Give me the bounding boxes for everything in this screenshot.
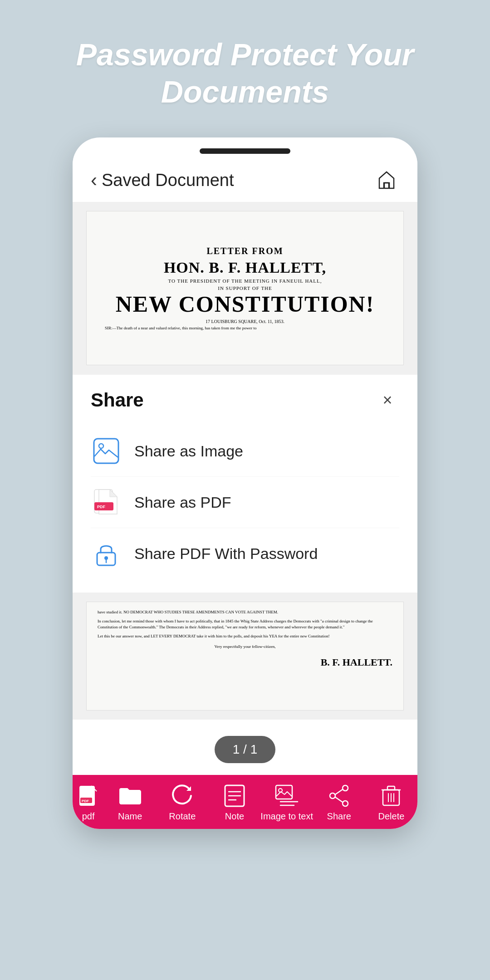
close-button[interactable]: × (376, 388, 399, 412)
document-image-bottom: have studied it. NO DEMOCRAT WHO STUDIES… (86, 602, 404, 710)
share-pdf-password-option[interactable]: Share PDF With Password (91, 528, 399, 579)
doc-bottom-body: have studied it. NO DEMOCRAT WHO STUDIES… (98, 609, 392, 616)
rotate-icon (171, 784, 194, 808)
page-indicator: 1 / 1 (215, 736, 275, 763)
share-image-label: Share as Image (134, 442, 243, 460)
image-text-svg (275, 784, 299, 807)
doc-line5: NEW CONSTITUTION! (116, 293, 375, 315)
toolbar-item-image-to-text[interactable]: Image to text (261, 784, 313, 822)
doc-line7: SIR:—The death of a near and valued rela… (105, 326, 385, 330)
share-header: Share × (91, 388, 399, 412)
doc-line2: HON. B. F. HALLETT, (164, 259, 326, 276)
delete-icon (379, 784, 403, 808)
document-image-top: LETTER FROM HON. B. F. HALLETT, TO THE P… (86, 211, 404, 365)
toolbar-label-pdf: pdf (82, 811, 95, 822)
toolbar-label-image-to-text: Image to text (260, 811, 313, 822)
toolbar-item-share[interactable]: Share (313, 784, 365, 822)
bottom-toolbar: PDF pdf Name (73, 775, 417, 829)
pdf-file-icon: PDF (78, 785, 98, 807)
image-text-icon (275, 784, 299, 808)
svg-rect-0 (384, 183, 389, 188)
svg-point-2 (99, 444, 103, 448)
share-lock-icon-wrapper (91, 538, 122, 569)
doc-line4: IN SUPPORT OF THE (218, 285, 272, 291)
svg-point-23 (330, 793, 335, 799)
header-title: Saved Document (102, 171, 234, 190)
doc-closing: Very respectfully your fellow-citizen, (98, 644, 392, 650)
toolbar-item-rotate[interactable]: Rotate (156, 784, 208, 822)
doc-line6: 17 LOUISBURG SQUARE, Oct. 11, 1853. (206, 319, 284, 324)
toolbar-label-name: Name (118, 811, 142, 822)
doc-line3: TO THE PRESIDENT OF THE MEETING IN FANEU… (168, 278, 322, 284)
svg-line-24 (335, 789, 343, 794)
pdf-toolbar-icon: PDF (77, 784, 100, 808)
toolbar-item-pdf[interactable]: PDF pdf (73, 784, 104, 822)
svg-line-25 (335, 797, 343, 802)
share-title: Share (91, 389, 144, 411)
lock-icon (93, 540, 120, 567)
share-modal: Share × Share as Image (73, 374, 417, 593)
svg-point-22 (343, 801, 348, 806)
doc-bottom-body3: Let this be our answer now, and LET EVER… (98, 633, 392, 640)
home-button[interactable] (374, 167, 399, 193)
document-preview-bottom: have studied it. NO DEMOCRAT WHO STUDIES… (73, 593, 417, 720)
share-pdf-label: Share as PDF (134, 494, 231, 511)
toolbar-item-note[interactable]: Note (208, 784, 260, 822)
toolbar-item-delete[interactable]: Delete (365, 784, 417, 822)
toolbar-label-note: Note (225, 811, 244, 822)
svg-text:PDF: PDF (97, 505, 106, 509)
back-button[interactable]: ‹ Saved Document (91, 171, 234, 190)
share-pdf-icon-wrapper: PDF (91, 487, 122, 518)
back-chevron-icon: ‹ (91, 171, 97, 190)
home-icon (376, 169, 397, 191)
rotate-svg (171, 784, 194, 807)
folder-svg (118, 785, 142, 806)
image-icon (93, 437, 120, 465)
share-pdf-password-label: Share PDF With Password (134, 545, 318, 563)
toolbar-item-name[interactable]: Name (104, 784, 156, 822)
doc-line1: LETTER FROM (206, 246, 283, 256)
page-indicator-wrapper: 1 / 1 (73, 720, 417, 775)
toolbar-label-delete: Delete (378, 811, 405, 822)
doc-signature: B. F. HALLETT. (98, 655, 392, 670)
share-as-image-option[interactable]: Share as Image (91, 426, 399, 477)
toolbar-label-share: Share (327, 811, 351, 822)
delete-svg (381, 784, 401, 807)
phone-notch (200, 148, 290, 154)
folder-icon (118, 784, 142, 808)
svg-point-21 (343, 785, 348, 791)
doc-bottom-body2: In conclusion, let me remind those with … (98, 618, 392, 631)
share-as-pdf-option[interactable]: PDF Share as PDF (91, 477, 399, 528)
note-svg (224, 784, 245, 807)
share-svg (328, 784, 350, 807)
app-header: ‹ Saved Document (73, 154, 417, 202)
share-image-icon-wrapper (91, 436, 122, 466)
svg-rect-1 (94, 439, 118, 463)
toolbar-label-rotate: Rotate (169, 811, 196, 822)
pdf-icon: PDF (93, 489, 120, 516)
note-icon (223, 784, 246, 808)
document-preview-top: LETTER FROM HON. B. F. HALLETT, TO THE P… (73, 202, 417, 374)
svg-rect-17 (276, 785, 292, 799)
page-background-title: Password Protect Your Documents (0, 36, 490, 110)
phone-frame: ‹ Saved Document LETTER FROM HON. B. F. … (73, 137, 417, 829)
svg-text:PDF: PDF (82, 799, 89, 803)
share-toolbar-icon (327, 784, 351, 808)
